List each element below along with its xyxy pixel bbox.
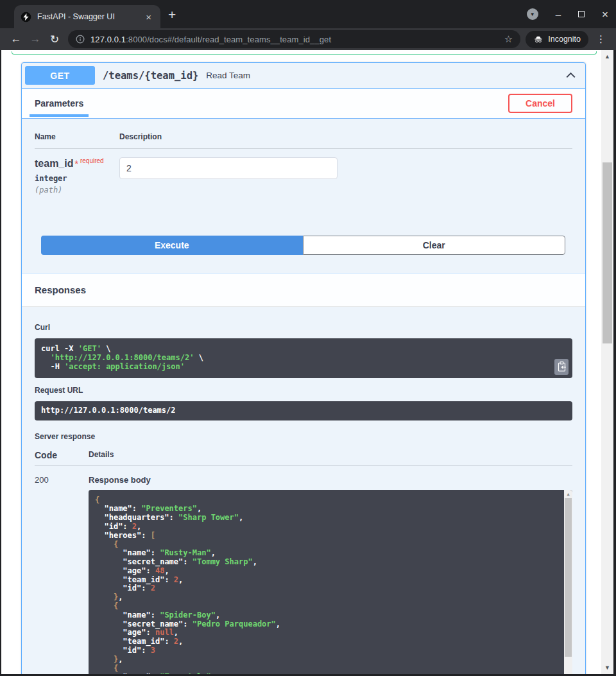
parameter-name: team_id (35, 158, 73, 169)
cancel-button[interactable]: Cancel (508, 94, 572, 113)
back-button[interactable]: ← (6, 33, 26, 46)
swagger-page: GET /teams/{team_id} Read Team Parameter… (1, 50, 613, 674)
response-scrollbar-thumb[interactable] (565, 498, 572, 657)
browser-menu-icon[interactable]: ⋮ (592, 33, 610, 45)
collapse-chevron-icon[interactable] (565, 70, 576, 81)
maximize-button[interactable] (578, 11, 585, 17)
required-label: required (80, 157, 104, 164)
copy-to-clipboard-button[interactable] (554, 359, 569, 375)
description-column-header: Description (119, 132, 162, 141)
tab-title: FastAPI - Swagger UI (37, 12, 137, 21)
response-json: { "name": "Preventers", "headquarters": … (95, 496, 280, 674)
request-url-label: Request URL (35, 386, 572, 395)
browser-tab-bar: FastAPI - Swagger UI × + ▼ – × (0, 0, 616, 28)
parameter-location: (path) (35, 186, 119, 195)
parameter-row: team_id*required integer (path) (35, 149, 572, 195)
status-code: 200 (35, 475, 89, 674)
method-badge: GET (25, 66, 95, 85)
parameters-table: Name Description team_id*required intege… (22, 119, 585, 195)
endpoint-path: /teams/{team_id} (103, 70, 198, 82)
execute-button[interactable]: Execute (41, 236, 303, 255)
endpoint-summary: Read Team (206, 71, 250, 80)
forward-button[interactable]: → (26, 33, 45, 46)
response-body-scrollbar[interactable]: ▲ (564, 490, 572, 674)
curl-label: Curl (35, 323, 572, 332)
details-column-header: Details (89, 450, 114, 460)
parameters-section-header: Parameters Cancel (22, 89, 585, 119)
fastapi-favicon-icon (21, 12, 31, 22)
page-scroll-up-icon[interactable]: ▲ (601, 51, 613, 62)
bookmark-star-icon[interactable]: ☆ (504, 33, 513, 45)
close-window-button[interactable]: × (602, 9, 608, 20)
page-scrollbar[interactable]: ▲ ▼ (601, 50, 613, 674)
tab-close-icon[interactable]: × (143, 11, 154, 23)
server-response-label: Server response (35, 432, 572, 441)
previous-endpoint-edge (12, 51, 597, 55)
incognito-badge: Incognito (526, 31, 588, 48)
curl-command-code: curl -X 'GET' \ 'http://127.0.0.1:8000/t… (35, 338, 572, 377)
name-column-header: Name (35, 132, 119, 141)
parameter-type: integer (35, 174, 119, 183)
browser-tab[interactable]: FastAPI - Swagger UI × (14, 5, 160, 28)
incognito-icon (533, 34, 543, 44)
scroll-up-icon[interactable]: ▲ (564, 490, 572, 498)
response-body-code[interactable]: { "name": "Preventers", "headquarters": … (89, 490, 572, 674)
required-star: * (74, 159, 78, 169)
response-body-label: Response body (89, 475, 572, 485)
responses-body: Curl curl -X 'GET' \ 'http://127.0.0.1:8… (22, 307, 585, 674)
browser-toolbar: ← → ↻ 127.0.0.1:8000/docs#/default/read_… (0, 28, 616, 50)
incognito-label: Incognito (548, 35, 581, 44)
team-id-input[interactable] (119, 157, 338, 179)
page-scroll-down-icon[interactable]: ▼ (601, 663, 613, 673)
opblock-summary[interactable]: GET /teams/{team_id} Read Team (22, 63, 585, 89)
browser-update-icon[interactable]: ▼ (527, 8, 538, 20)
page-info-icon[interactable] (76, 35, 85, 44)
code-column-header: Code (35, 450, 89, 460)
minimize-button[interactable]: – (556, 10, 561, 19)
page-scrollbar-thumb[interactable] (603, 162, 612, 343)
new-tab-button[interactable]: + (168, 7, 176, 22)
response-row: 200 Response body { "name": "Preventers"… (35, 466, 572, 674)
opblock-get-teams: GET /teams/{team_id} Read Team Parameter… (21, 62, 586, 674)
responses-section-title: Responses (22, 273, 585, 307)
reload-button[interactable]: ↻ (45, 33, 64, 46)
url-bar[interactable]: 127.0.0.1:8000/docs#/default/read_team_t… (68, 30, 520, 48)
clear-button[interactable]: Clear (303, 236, 566, 255)
request-url-code: http://127.0.0.1:8000/teams/2 (35, 401, 572, 420)
tab-parameters[interactable]: Parameters (30, 98, 89, 108)
url-text: 127.0.0.1:8000/docs#/default/read_team_t… (90, 35, 499, 44)
